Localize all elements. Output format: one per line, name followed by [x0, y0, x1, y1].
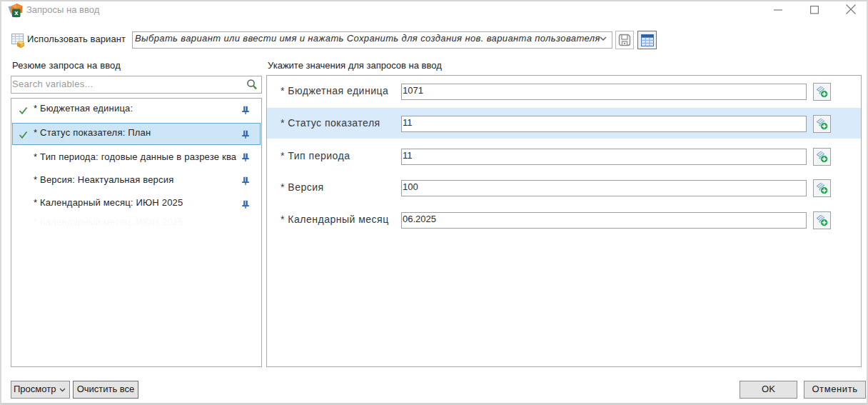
svg-text:x: x — [14, 9, 19, 16]
